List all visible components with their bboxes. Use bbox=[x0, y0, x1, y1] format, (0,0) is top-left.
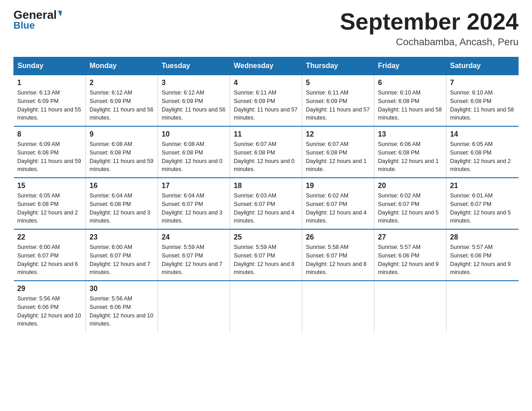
header-friday: Friday bbox=[374, 57, 446, 75]
table-row: 15 Sunrise: 6:05 AMSunset: 6:08 PMDaylig… bbox=[14, 178, 86, 229]
table-row: 27 Sunrise: 5:57 AMSunset: 6:06 PMDaylig… bbox=[374, 229, 446, 281]
day-number: 6 bbox=[378, 79, 442, 87]
header-monday: Monday bbox=[86, 57, 158, 75]
day-number: 1 bbox=[17, 79, 82, 87]
table-row: 4 Sunrise: 6:11 AMSunset: 6:09 PMDayligh… bbox=[230, 75, 302, 126]
table-row: 23 Sunrise: 6:00 AMSunset: 6:07 PMDaylig… bbox=[86, 229, 158, 281]
day-info: Sunrise: 6:05 AMSunset: 6:08 PMDaylight:… bbox=[17, 192, 82, 225]
day-info: Sunrise: 6:02 AMSunset: 6:07 PMDaylight:… bbox=[306, 192, 370, 225]
day-info: Sunrise: 6:02 AMSunset: 6:07 PMDaylight:… bbox=[378, 192, 442, 225]
day-info: Sunrise: 6:12 AMSunset: 6:09 PMDaylight:… bbox=[162, 89, 226, 122]
table-row: 22 Sunrise: 6:00 AMSunset: 6:07 PMDaylig… bbox=[14, 229, 86, 281]
month-year-title: September 2024 bbox=[340, 9, 519, 34]
table-row: 20 Sunrise: 6:02 AMSunset: 6:07 PMDaylig… bbox=[374, 178, 446, 229]
table-row bbox=[230, 281, 302, 332]
table-row bbox=[446, 281, 519, 332]
calendar-week-row: 1 Sunrise: 6:13 AMSunset: 6:09 PMDayligh… bbox=[14, 75, 519, 126]
table-row: 19 Sunrise: 6:02 AMSunset: 6:07 PMDaylig… bbox=[302, 178, 374, 229]
table-row: 16 Sunrise: 6:04 AMSunset: 6:08 PMDaylig… bbox=[86, 178, 158, 229]
table-row: 3 Sunrise: 6:12 AMSunset: 6:09 PMDayligh… bbox=[158, 75, 230, 126]
day-info: Sunrise: 6:10 AMSunset: 6:08 PMDaylight:… bbox=[378, 89, 442, 122]
table-row: 13 Sunrise: 6:06 AMSunset: 6:08 PMDaylig… bbox=[374, 126, 446, 178]
day-number: 21 bbox=[450, 182, 515, 190]
day-number: 11 bbox=[234, 130, 298, 138]
day-number: 7 bbox=[450, 79, 515, 87]
day-info: Sunrise: 6:05 AMSunset: 6:08 PMDaylight:… bbox=[450, 140, 515, 174]
calendar-week-row: 15 Sunrise: 6:05 AMSunset: 6:08 PMDaylig… bbox=[14, 178, 519, 229]
day-info: Sunrise: 6:12 AMSunset: 6:09 PMDaylight:… bbox=[90, 89, 154, 122]
calendar-week-row: 29 Sunrise: 5:56 AMSunset: 6:06 PMDaylig… bbox=[14, 281, 519, 332]
day-info: Sunrise: 6:08 AMSunset: 6:08 PMDaylight:… bbox=[162, 140, 226, 174]
day-number: 27 bbox=[378, 233, 442, 241]
day-info: Sunrise: 6:10 AMSunset: 6:08 PMDaylight:… bbox=[450, 89, 515, 122]
day-number: 14 bbox=[450, 130, 515, 138]
header-wednesday: Wednesday bbox=[230, 57, 302, 75]
day-info: Sunrise: 6:13 AMSunset: 6:09 PMDaylight:… bbox=[17, 89, 82, 122]
header-tuesday: Tuesday bbox=[158, 57, 230, 75]
day-number: 12 bbox=[306, 130, 370, 138]
day-number: 13 bbox=[378, 130, 442, 138]
table-row: 14 Sunrise: 6:05 AMSunset: 6:08 PMDaylig… bbox=[446, 126, 519, 178]
day-number: 28 bbox=[450, 233, 515, 241]
day-info: Sunrise: 6:08 AMSunset: 6:08 PMDaylight:… bbox=[90, 140, 154, 174]
day-number: 17 bbox=[162, 182, 226, 190]
day-number: 15 bbox=[17, 182, 82, 190]
day-info: Sunrise: 6:11 AMSunset: 6:09 PMDaylight:… bbox=[234, 89, 298, 122]
day-info: Sunrise: 6:01 AMSunset: 6:07 PMDaylight:… bbox=[450, 192, 515, 225]
day-number: 5 bbox=[306, 79, 370, 87]
table-row: 7 Sunrise: 6:10 AMSunset: 6:08 PMDayligh… bbox=[446, 75, 519, 126]
table-row: 9 Sunrise: 6:08 AMSunset: 6:08 PMDayligh… bbox=[86, 126, 158, 178]
day-info: Sunrise: 6:07 AMSunset: 6:08 PMDaylight:… bbox=[306, 140, 370, 174]
day-info: Sunrise: 6:04 AMSunset: 6:08 PMDaylight:… bbox=[90, 192, 154, 225]
calendar-table: Sunday Monday Tuesday Wednesday Thursday… bbox=[13, 57, 519, 332]
table-row: 11 Sunrise: 6:07 AMSunset: 6:08 PMDaylig… bbox=[230, 126, 302, 178]
table-row: 25 Sunrise: 5:59 AMSunset: 6:07 PMDaylig… bbox=[230, 229, 302, 281]
day-number: 2 bbox=[90, 79, 154, 87]
day-info: Sunrise: 5:57 AMSunset: 6:06 PMDaylight:… bbox=[450, 243, 515, 277]
table-row: 17 Sunrise: 6:04 AMSunset: 6:07 PMDaylig… bbox=[158, 178, 230, 229]
day-info: Sunrise: 5:57 AMSunset: 6:06 PMDaylight:… bbox=[378, 243, 442, 277]
day-info: Sunrise: 6:03 AMSunset: 6:07 PMDaylight:… bbox=[234, 192, 298, 225]
table-row: 26 Sunrise: 5:58 AMSunset: 6:07 PMDaylig… bbox=[302, 229, 374, 281]
logo-general: General bbox=[13, 9, 61, 21]
logo: General Blue bbox=[13, 9, 61, 31]
table-row: 10 Sunrise: 6:08 AMSunset: 6:08 PMDaylig… bbox=[158, 126, 230, 178]
table-row: 2 Sunrise: 6:12 AMSunset: 6:09 PMDayligh… bbox=[86, 75, 158, 126]
location-subtitle: Cochabamba, Ancash, Peru bbox=[340, 36, 519, 48]
day-number: 22 bbox=[17, 233, 82, 241]
day-number: 30 bbox=[90, 285, 154, 293]
table-row bbox=[302, 281, 374, 332]
day-info: Sunrise: 5:58 AMSunset: 6:07 PMDaylight:… bbox=[306, 243, 370, 277]
day-info: Sunrise: 5:59 AMSunset: 6:07 PMDaylight:… bbox=[234, 243, 298, 277]
day-info: Sunrise: 6:00 AMSunset: 6:07 PMDaylight:… bbox=[90, 243, 154, 277]
table-row: 30 Sunrise: 5:56 AMSunset: 6:06 PMDaylig… bbox=[86, 281, 158, 332]
day-info: Sunrise: 6:06 AMSunset: 6:08 PMDaylight:… bbox=[378, 140, 442, 174]
day-info: Sunrise: 5:59 AMSunset: 6:07 PMDaylight:… bbox=[162, 243, 226, 277]
page-header: General Blue September 2024 Cochabamba, … bbox=[13, 9, 519, 48]
day-info: Sunrise: 6:11 AMSunset: 6:09 PMDaylight:… bbox=[306, 89, 370, 122]
day-number: 29 bbox=[17, 285, 82, 293]
header-thursday: Thursday bbox=[302, 57, 374, 75]
day-info: Sunrise: 6:07 AMSunset: 6:08 PMDaylight:… bbox=[234, 140, 298, 174]
day-number: 4 bbox=[234, 79, 298, 87]
table-row: 24 Sunrise: 5:59 AMSunset: 6:07 PMDaylig… bbox=[158, 229, 230, 281]
table-row: 5 Sunrise: 6:11 AMSunset: 6:09 PMDayligh… bbox=[302, 75, 374, 126]
logo-blue: Blue bbox=[13, 20, 35, 31]
table-row: 8 Sunrise: 6:09 AMSunset: 6:08 PMDayligh… bbox=[14, 126, 86, 178]
table-row bbox=[374, 281, 446, 332]
day-number: 18 bbox=[234, 182, 298, 190]
day-headers-row: Sunday Monday Tuesday Wednesday Thursday… bbox=[14, 57, 519, 75]
table-row: 18 Sunrise: 6:03 AMSunset: 6:07 PMDaylig… bbox=[230, 178, 302, 229]
day-number: 25 bbox=[234, 233, 298, 241]
day-info: Sunrise: 6:09 AMSunset: 6:08 PMDaylight:… bbox=[17, 140, 82, 174]
day-number: 23 bbox=[90, 233, 154, 241]
calendar-week-row: 22 Sunrise: 6:00 AMSunset: 6:07 PMDaylig… bbox=[14, 229, 519, 281]
day-info: Sunrise: 6:00 AMSunset: 6:07 PMDaylight:… bbox=[17, 243, 82, 277]
table-row: 21 Sunrise: 6:01 AMSunset: 6:07 PMDaylig… bbox=[446, 178, 519, 229]
table-row: 29 Sunrise: 5:56 AMSunset: 6:06 PMDaylig… bbox=[14, 281, 86, 332]
table-row: 12 Sunrise: 6:07 AMSunset: 6:08 PMDaylig… bbox=[302, 126, 374, 178]
day-number: 10 bbox=[162, 130, 226, 138]
title-block: September 2024 Cochabamba, Ancash, Peru bbox=[340, 9, 519, 48]
day-number: 9 bbox=[90, 130, 154, 138]
day-info: Sunrise: 5:56 AMSunset: 6:06 PMDaylight:… bbox=[90, 295, 154, 328]
